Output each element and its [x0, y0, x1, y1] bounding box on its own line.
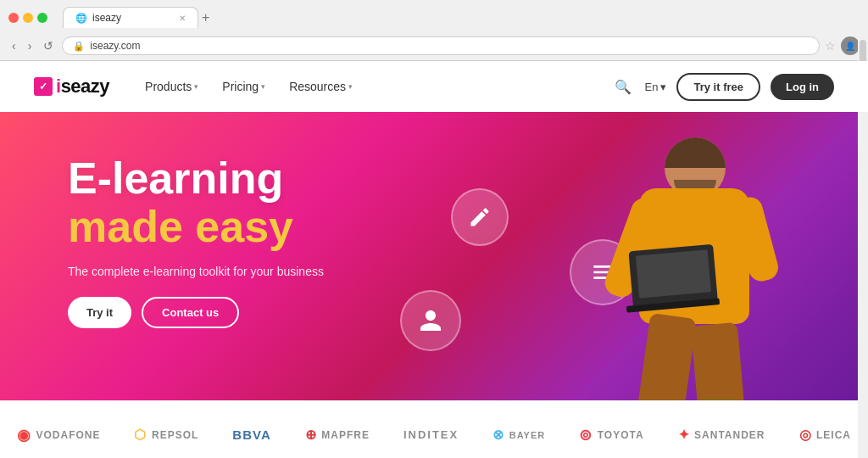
window-controls [8, 13, 47, 23]
hero-title-line1: E-learning [68, 154, 324, 203]
login-button[interactable]: Log in [771, 74, 834, 100]
search-icon: 🔍 [615, 80, 632, 94]
maximize-button[interactable] [37, 13, 47, 23]
profile-icon: 👤 [845, 42, 855, 51]
partner-mapfre: ⊕ MAPFRE [305, 427, 370, 443]
back-button[interactable]: ‹ [8, 37, 19, 54]
nav-links: Products ▾ Pricing ▾ Resources ▾ [135, 73, 363, 100]
hero-content: E-learning made easy The complete e-lear… [68, 154, 324, 328]
contact-label: Contact us [162, 306, 219, 319]
hero-person [563, 120, 817, 400]
close-button[interactable] [8, 13, 19, 23]
nav-pricing[interactable]: Pricing ▾ [212, 73, 275, 100]
tab-favicon: 🌐 [75, 13, 87, 24]
person-laptop-screen [628, 244, 717, 306]
lock-icon: 🔒 [73, 41, 85, 52]
products-label: Products [145, 80, 192, 93]
mapfre-icon: ⊕ [305, 427, 317, 443]
leica-icon: ◎ [799, 427, 812, 443]
profile-float-icon [400, 290, 461, 351]
logo[interactable]: ✓ iseazy [34, 75, 109, 98]
lang-chevron: ▾ [660, 81, 666, 93]
person-right-shoe [697, 399, 739, 400]
repsol-text: REPSOL [152, 429, 198, 441]
nav-right: 🔍 En ▾ Try it free Log in [611, 73, 834, 101]
person-hair [665, 137, 726, 168]
partner-vodafone: ◉ vodafone [17, 426, 101, 444]
profile-button[interactable]: 👤 [841, 36, 860, 55]
partner-repsol: ⬡ REPSOL [134, 427, 198, 443]
partner-toyota: ⊚ TOYOTA [579, 426, 643, 444]
try-free-button[interactable]: Try it free [676, 73, 760, 101]
toyota-icon: ⊚ [579, 426, 593, 444]
refresh-button[interactable]: ↺ [40, 37, 57, 54]
bayer-text: BAYER [509, 430, 546, 440]
navbar: ✓ iseazy Products ▾ Pricing ▾ Resources … [0, 61, 868, 112]
partner-santander: ✦ Santander [678, 427, 765, 443]
active-tab[interactable]: 🌐 iseazy ✕ [63, 7, 198, 28]
toyota-text: TOYOTA [598, 429, 644, 441]
pricing-label: Pricing [222, 80, 259, 93]
inditex-text: INDITEX [403, 428, 459, 441]
pricing-chevron: ▾ [261, 82, 265, 91]
try-label: Try it [86, 306, 113, 319]
resources-chevron: ▾ [348, 82, 353, 91]
logo-check-icon: ✓ [34, 77, 53, 96]
mapfre-text: MAPFRE [321, 429, 370, 441]
address-text: iseazy.com [90, 40, 809, 52]
resources-label: Resources [289, 80, 346, 93]
hero-section: E-learning made easy The complete e-lear… [0, 112, 868, 400]
bayer-icon: ⊗ [492, 427, 504, 443]
hero-try-button[interactable]: Try it [68, 297, 131, 328]
vodafone-icon: ◉ [17, 426, 31, 444]
logo-text: iseazy [56, 75, 109, 98]
products-chevron: ▾ [194, 82, 198, 91]
search-button[interactable]: 🔍 [611, 75, 635, 98]
tab-title: iseazy [92, 12, 121, 24]
address-bar[interactable]: 🔒 iseazy.com [62, 36, 820, 55]
address-bar-row: ‹ › ↺ 🔒 iseazy.com ☆ 👤 [0, 33, 868, 60]
santander-icon: ✦ [678, 427, 690, 443]
forward-button[interactable]: › [25, 37, 36, 54]
hero-contact-button[interactable]: Contact us [142, 297, 239, 328]
bookmark-button[interactable]: ☆ [825, 39, 836, 53]
partner-bayer: ⊗ BAYER [492, 427, 545, 443]
lang-label: En [645, 81, 659, 93]
partner-inditex: INDITEX [403, 428, 459, 441]
leica-text: Leica [816, 429, 851, 441]
partners-bar: ◉ vodafone ⬡ REPSOL BBVA ⊕ MAPFRE INDITE… [0, 400, 868, 458]
language-selector[interactable]: En ▾ [645, 81, 667, 93]
repsol-icon: ⬡ [134, 427, 147, 443]
login-label: Log in [786, 81, 819, 93]
tab-close-button[interactable]: ✕ [179, 14, 186, 23]
minimize-button[interactable] [23, 13, 33, 23]
pencil-float-icon [451, 188, 509, 246]
new-tab-button[interactable]: + [202, 10, 209, 25]
try-free-label: Try it free [693, 81, 743, 93]
hero-buttons: Try it Contact us [68, 297, 324, 328]
browser-tabs: 🌐 iseazy ✕ + [63, 7, 860, 28]
bbva-text: BBVA [232, 427, 270, 442]
vodafone-text: vodafone [36, 429, 100, 441]
santander-text: Santander [694, 429, 765, 441]
nav-resources[interactable]: Resources ▾ [279, 73, 363, 100]
partner-bbva: BBVA [232, 427, 270, 442]
hero-title-line2: made easy [68, 203, 324, 251]
partner-leica: ◎ Leica [799, 427, 852, 443]
person-right-leg [691, 322, 745, 400]
browser-chrome: 🌐 iseazy ✕ + ‹ › ↺ 🔒 iseazy.com ☆ 👤 [0, 0, 868, 61]
person-left-leg [637, 313, 697, 400]
hero-subtitle: The complete e-learning toolkit for your… [68, 265, 324, 278]
nav-products[interactable]: Products ▾ [135, 73, 209, 100]
